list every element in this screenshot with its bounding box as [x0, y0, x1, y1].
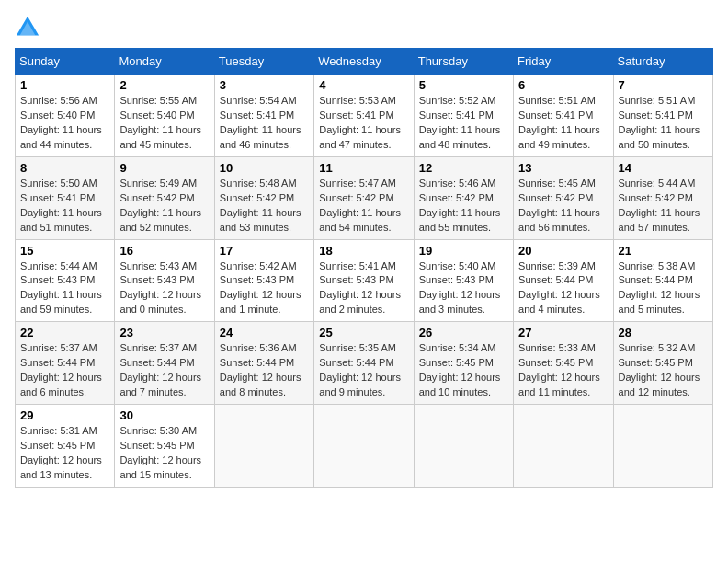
day-detail: Sunrise: 5:36 AMSunset: 5:44 PMDaylight:… — [220, 342, 301, 397]
day-detail: Sunrise: 5:54 AMSunset: 5:41 PMDaylight:… — [220, 95, 301, 150]
week-row-1: 1Sunrise: 5:56 AMSunset: 5:40 PMDaylight… — [16, 75, 713, 157]
calendar-cell: 14Sunrise: 5:44 AMSunset: 5:42 PMDayligh… — [613, 156, 712, 239]
day-detail: Sunrise: 5:49 AMSunset: 5:42 PMDaylight:… — [119, 178, 201, 233]
calendar-cell: 15Sunrise: 5:44 AMSunset: 5:43 PMDayligh… — [16, 239, 115, 322]
day-number: 3 — [220, 78, 309, 92]
day-detail: Sunrise: 5:51 AMSunset: 5:41 PMDaylight:… — [518, 95, 600, 150]
calendar-cell: 11Sunrise: 5:47 AMSunset: 5:42 PMDayligh… — [314, 156, 414, 239]
calendar-cell: 9Sunrise: 5:49 AMSunset: 5:42 PMDaylight… — [115, 156, 214, 239]
calendar-cell: 10Sunrise: 5:48 AMSunset: 5:42 PMDayligh… — [214, 156, 313, 239]
day-number: 19 — [419, 244, 508, 258]
calendar-cell: 4Sunrise: 5:53 AMSunset: 5:41 PMDaylight… — [314, 75, 414, 157]
day-detail: Sunrise: 5:44 AMSunset: 5:43 PMDaylight:… — [20, 260, 102, 316]
calendar-cell: 5Sunrise: 5:52 AMSunset: 5:41 PMDaylight… — [414, 75, 513, 157]
calendar-cell: 28Sunrise: 5:32 AMSunset: 5:45 PMDayligh… — [613, 322, 712, 405]
calendar-cell — [314, 405, 414, 488]
day-number: 4 — [319, 78, 408, 92]
weekday-tuesday: Tuesday — [214, 49, 313, 75]
day-number: 16 — [119, 244, 209, 258]
day-number: 18 — [319, 244, 408, 258]
calendar-cell: 13Sunrise: 5:45 AMSunset: 5:42 PMDayligh… — [514, 156, 613, 239]
day-detail: Sunrise: 5:33 AMSunset: 5:45 PMDaylight:… — [518, 342, 600, 397]
day-number: 17 — [220, 244, 309, 258]
logo-icon — [15, 15, 40, 40]
day-number: 26 — [419, 326, 508, 339]
day-number: 6 — [518, 78, 608, 92]
day-detail: Sunrise: 5:30 AMSunset: 5:45 PMDaylight:… — [119, 425, 201, 480]
day-detail: Sunrise: 5:56 AMSunset: 5:40 PMDaylight:… — [20, 95, 102, 150]
day-detail: Sunrise: 5:34 AMSunset: 5:45 PMDaylight:… — [419, 342, 501, 397]
day-number: 28 — [619, 326, 708, 339]
calendar-cell: 20Sunrise: 5:39 AMSunset: 5:44 PMDayligh… — [514, 239, 613, 322]
calendar-cell: 24Sunrise: 5:36 AMSunset: 5:44 PMDayligh… — [214, 322, 313, 405]
day-number: 23 — [119, 326, 209, 339]
week-row-2: 8Sunrise: 5:50 AMSunset: 5:41 PMDaylight… — [16, 156, 713, 239]
day-detail: Sunrise: 5:39 AMSunset: 5:44 PMDaylight:… — [518, 260, 600, 316]
day-number: 21 — [619, 244, 708, 258]
day-detail: Sunrise: 5:38 AMSunset: 5:44 PMDaylight:… — [619, 260, 700, 316]
day-number: 13 — [518, 161, 608, 175]
calendar-cell: 21Sunrise: 5:38 AMSunset: 5:44 PMDayligh… — [613, 239, 712, 322]
calendar-cell: 25Sunrise: 5:35 AMSunset: 5:44 PMDayligh… — [314, 322, 414, 405]
day-number: 22 — [20, 326, 109, 339]
calendar-body: 1Sunrise: 5:56 AMSunset: 5:40 PMDaylight… — [16, 75, 713, 488]
day-detail: Sunrise: 5:35 AMSunset: 5:44 PMDaylight:… — [319, 342, 401, 397]
weekday-friday: Friday — [514, 49, 613, 75]
calendar-cell — [514, 405, 613, 488]
calendar-cell: 23Sunrise: 5:37 AMSunset: 5:44 PMDayligh… — [115, 322, 214, 405]
calendar-cell: 18Sunrise: 5:41 AMSunset: 5:43 PMDayligh… — [314, 239, 414, 322]
weekday-wednesday: Wednesday — [314, 49, 414, 75]
day-detail: Sunrise: 5:52 AMSunset: 5:41 PMDaylight:… — [419, 95, 501, 150]
calendar-cell: 2Sunrise: 5:55 AMSunset: 5:40 PMDaylight… — [115, 75, 214, 157]
day-detail: Sunrise: 5:37 AMSunset: 5:44 PMDaylight:… — [20, 342, 102, 397]
calendar-cell — [613, 405, 712, 488]
weekday-sunday: Sunday — [16, 49, 115, 75]
calendar-cell: 7Sunrise: 5:51 AMSunset: 5:41 PMDaylight… — [613, 75, 712, 157]
weekday-header-row: SundayMondayTuesdayWednesdayThursdayFrid… — [16, 49, 713, 75]
day-detail: Sunrise: 5:45 AMSunset: 5:42 PMDaylight:… — [518, 178, 600, 233]
calendar-cell: 26Sunrise: 5:34 AMSunset: 5:45 PMDayligh… — [414, 322, 513, 405]
calendar-cell: 22Sunrise: 5:37 AMSunset: 5:44 PMDayligh… — [16, 322, 115, 405]
day-detail: Sunrise: 5:44 AMSunset: 5:42 PMDaylight:… — [619, 178, 700, 233]
day-detail: Sunrise: 5:41 AMSunset: 5:43 PMDaylight:… — [319, 260, 401, 316]
calendar-cell: 19Sunrise: 5:40 AMSunset: 5:43 PMDayligh… — [414, 239, 513, 322]
day-number: 15 — [20, 244, 109, 258]
day-number: 14 — [619, 161, 708, 175]
page-header — [15, 15, 713, 40]
day-detail: Sunrise: 5:47 AMSunset: 5:42 PMDaylight:… — [319, 178, 401, 233]
day-number: 29 — [20, 408, 109, 422]
day-detail: Sunrise: 5:53 AMSunset: 5:41 PMDaylight:… — [319, 95, 401, 150]
day-detail: Sunrise: 5:55 AMSunset: 5:40 PMDaylight:… — [119, 95, 201, 150]
day-number: 10 — [220, 161, 309, 175]
day-detail: Sunrise: 5:32 AMSunset: 5:45 PMDaylight:… — [619, 342, 700, 397]
weekday-saturday: Saturday — [613, 49, 712, 75]
day-detail: Sunrise: 5:31 AMSunset: 5:45 PMDaylight:… — [20, 425, 102, 480]
week-row-5: 29Sunrise: 5:31 AMSunset: 5:45 PMDayligh… — [16, 405, 713, 488]
day-detail: Sunrise: 5:48 AMSunset: 5:42 PMDaylight:… — [220, 178, 301, 233]
calendar-cell: 16Sunrise: 5:43 AMSunset: 5:43 PMDayligh… — [115, 239, 214, 322]
calendar-cell: 17Sunrise: 5:42 AMSunset: 5:43 PMDayligh… — [214, 239, 313, 322]
calendar-cell: 1Sunrise: 5:56 AMSunset: 5:40 PMDaylight… — [16, 75, 115, 157]
day-number: 7 — [619, 78, 708, 92]
day-number: 20 — [518, 244, 608, 258]
week-row-3: 15Sunrise: 5:44 AMSunset: 5:43 PMDayligh… — [16, 239, 713, 322]
day-detail: Sunrise: 5:42 AMSunset: 5:43 PMDaylight:… — [220, 260, 301, 316]
calendar-cell: 8Sunrise: 5:50 AMSunset: 5:41 PMDaylight… — [16, 156, 115, 239]
day-number: 2 — [119, 78, 209, 92]
day-number: 5 — [419, 78, 508, 92]
calendar-cell: 12Sunrise: 5:46 AMSunset: 5:42 PMDayligh… — [414, 156, 513, 239]
calendar-table: SundayMondayTuesdayWednesdayThursdayFrid… — [15, 48, 713, 488]
day-detail: Sunrise: 5:46 AMSunset: 5:42 PMDaylight:… — [419, 178, 501, 233]
day-number: 27 — [518, 326, 608, 339]
day-number: 30 — [119, 408, 209, 422]
calendar-cell — [214, 405, 313, 488]
weekday-thursday: Thursday — [414, 49, 513, 75]
day-detail: Sunrise: 5:50 AMSunset: 5:41 PMDaylight:… — [20, 178, 102, 233]
day-detail: Sunrise: 5:37 AMSunset: 5:44 PMDaylight:… — [119, 342, 201, 397]
day-number: 9 — [119, 161, 209, 175]
day-number: 8 — [20, 161, 109, 175]
calendar-cell — [414, 405, 513, 488]
day-detail: Sunrise: 5:51 AMSunset: 5:41 PMDaylight:… — [619, 95, 700, 150]
day-number: 25 — [319, 326, 408, 339]
calendar-cell: 30Sunrise: 5:30 AMSunset: 5:45 PMDayligh… — [115, 405, 214, 488]
